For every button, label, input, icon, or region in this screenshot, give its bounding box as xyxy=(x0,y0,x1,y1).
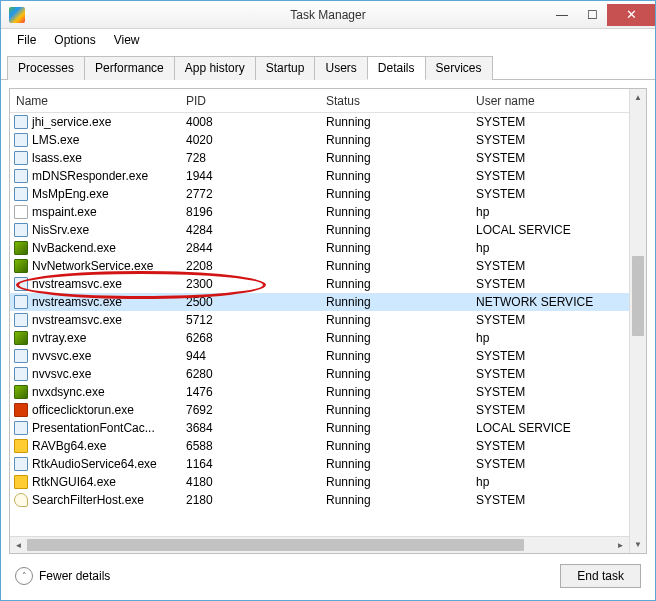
table-row[interactable]: PresentationFontCac...3684RunningLOCAL S… xyxy=(10,419,629,437)
scroll-up-icon[interactable]: ▲ xyxy=(630,89,646,106)
process-user: SYSTEM xyxy=(470,151,629,165)
table-row[interactable]: officeclicktorun.exe7692RunningSYSTEM xyxy=(10,401,629,419)
process-user: hp xyxy=(470,241,629,255)
table-row[interactable]: nvvsvc.exe6280RunningSYSTEM xyxy=(10,365,629,383)
end-task-button[interactable]: End task xyxy=(560,564,641,588)
chevron-up-icon: ˄ xyxy=(15,567,33,585)
process-pid: 7692 xyxy=(180,403,320,417)
content-area: Name PID Status User name jhi_service.ex… xyxy=(1,80,655,600)
table-row[interactable]: RtkAudioService64.exe1164RunningSYSTEM xyxy=(10,455,629,473)
process-user: SYSTEM xyxy=(470,439,629,453)
hscroll-thumb[interactable] xyxy=(27,539,524,551)
table-row[interactable]: SearchFilterHost.exe2180RunningSYSTEM xyxy=(10,491,629,509)
process-name: RtkNGUI64.exe xyxy=(32,475,116,489)
process-user: SYSTEM xyxy=(470,259,629,273)
fewer-details-label: Fewer details xyxy=(39,569,110,583)
horizontal-scrollbar[interactable]: ◄ ► xyxy=(10,536,629,553)
process-pid: 6588 xyxy=(180,439,320,453)
vertical-scrollbar[interactable]: ▲ ▼ xyxy=(629,89,646,553)
table-row[interactable]: mDNSResponder.exe1944RunningSYSTEM xyxy=(10,167,629,185)
col-header-pid[interactable]: PID xyxy=(180,94,320,108)
table-row[interactable]: lsass.exe728RunningSYSTEM xyxy=(10,149,629,167)
process-user: SYSTEM xyxy=(470,367,629,381)
scroll-right-icon[interactable]: ► xyxy=(612,537,629,553)
table-row[interactable]: nvstreamsvc.exe2500RunningNETWORK SERVIC… xyxy=(10,293,629,311)
process-icon xyxy=(14,385,28,399)
process-pid: 3684 xyxy=(180,421,320,435)
process-name: nvvsvc.exe xyxy=(32,367,91,381)
process-icon xyxy=(14,313,28,327)
col-header-name[interactable]: Name xyxy=(10,94,180,108)
tab-apphistory[interactable]: App history xyxy=(174,56,256,80)
process-status: Running xyxy=(320,421,470,435)
process-status: Running xyxy=(320,205,470,219)
menu-options[interactable]: Options xyxy=(46,31,103,49)
process-icon xyxy=(14,151,28,165)
table-row[interactable]: nvvsvc.exe944RunningSYSTEM xyxy=(10,347,629,365)
tab-users[interactable]: Users xyxy=(314,56,367,80)
table-row[interactable]: NvBackend.exe2844Runninghp xyxy=(10,239,629,257)
menu-view[interactable]: View xyxy=(106,31,148,49)
process-status: Running xyxy=(320,403,470,417)
process-name: nvstreamsvc.exe xyxy=(32,277,122,291)
vscroll-thumb[interactable] xyxy=(632,256,644,336)
table-row[interactable]: jhi_service.exe4008RunningSYSTEM xyxy=(10,113,629,131)
tab-startup[interactable]: Startup xyxy=(255,56,316,80)
tab-processes[interactable]: Processes xyxy=(7,56,85,80)
process-name: nvvsvc.exe xyxy=(32,349,91,363)
tab-details[interactable]: Details xyxy=(367,56,426,80)
scroll-down-icon[interactable]: ▼ xyxy=(630,536,646,553)
process-name: LMS.exe xyxy=(32,133,79,147)
process-pid: 2844 xyxy=(180,241,320,255)
table-row[interactable]: nvtray.exe6268Runninghp xyxy=(10,329,629,347)
tab-services[interactable]: Services xyxy=(425,56,493,80)
hscroll-track[interactable] xyxy=(27,537,612,553)
process-status: Running xyxy=(320,151,470,165)
table-row[interactable]: nvstreamsvc.exe5712RunningSYSTEM xyxy=(10,311,629,329)
close-button[interactable]: ✕ xyxy=(607,4,655,26)
process-name: nvstreamsvc.exe xyxy=(32,295,122,309)
vscroll-track[interactable] xyxy=(630,106,646,536)
titlebar[interactable]: Task Manager — ☐ ✕ xyxy=(1,1,655,29)
process-pid: 2500 xyxy=(180,295,320,309)
process-user: LOCAL SERVICE xyxy=(470,223,629,237)
menu-file[interactable]: File xyxy=(9,31,44,49)
process-pid: 728 xyxy=(180,151,320,165)
table-row[interactable]: RAVBg64.exe6588RunningSYSTEM xyxy=(10,437,629,455)
scroll-left-icon[interactable]: ◄ xyxy=(10,537,27,553)
table-row[interactable]: LMS.exe4020RunningSYSTEM xyxy=(10,131,629,149)
col-header-status[interactable]: Status xyxy=(320,94,470,108)
process-name: lsass.exe xyxy=(32,151,82,165)
table-row[interactable]: nvstreamsvc.exe2300RunningSYSTEM xyxy=(10,275,629,293)
window-controls: — ☐ ✕ xyxy=(547,4,655,26)
process-user: SYSTEM xyxy=(470,169,629,183)
process-name: MsMpEng.exe xyxy=(32,187,109,201)
process-icon xyxy=(14,421,28,435)
col-header-user[interactable]: User name xyxy=(470,94,629,108)
process-pid: 4180 xyxy=(180,475,320,489)
table-row[interactable]: NisSrv.exe4284RunningLOCAL SERVICE xyxy=(10,221,629,239)
table-row[interactable]: RtkNGUI64.exe4180Runninghp xyxy=(10,473,629,491)
maximize-button[interactable]: ☐ xyxy=(577,4,607,26)
table-row[interactable]: mspaint.exe8196Runninghp xyxy=(10,203,629,221)
process-name: nvxdsync.exe xyxy=(32,385,105,399)
table-row[interactable]: NvNetworkService.exe2208RunningSYSTEM xyxy=(10,257,629,275)
process-user: SYSTEM xyxy=(470,403,629,417)
process-pid: 4020 xyxy=(180,133,320,147)
process-name: mDNSResponder.exe xyxy=(32,169,148,183)
process-name: nvstreamsvc.exe xyxy=(32,313,122,327)
fewer-details-button[interactable]: ˄ Fewer details xyxy=(15,567,110,585)
table-row[interactable]: nvxdsync.exe1476RunningSYSTEM xyxy=(10,383,629,401)
table-row[interactable]: MsMpEng.exe2772RunningSYSTEM xyxy=(10,185,629,203)
process-pid: 1476 xyxy=(180,385,320,399)
minimize-button[interactable]: — xyxy=(547,4,577,26)
process-name: nvtray.exe xyxy=(32,331,86,345)
tab-performance[interactable]: Performance xyxy=(84,56,175,80)
process-name: NvBackend.exe xyxy=(32,241,116,255)
process-name: PresentationFontCac... xyxy=(32,421,155,435)
process-status: Running xyxy=(320,115,470,129)
process-icon xyxy=(14,457,28,471)
process-pid: 5712 xyxy=(180,313,320,327)
process-status: Running xyxy=(320,367,470,381)
process-icon xyxy=(14,187,28,201)
